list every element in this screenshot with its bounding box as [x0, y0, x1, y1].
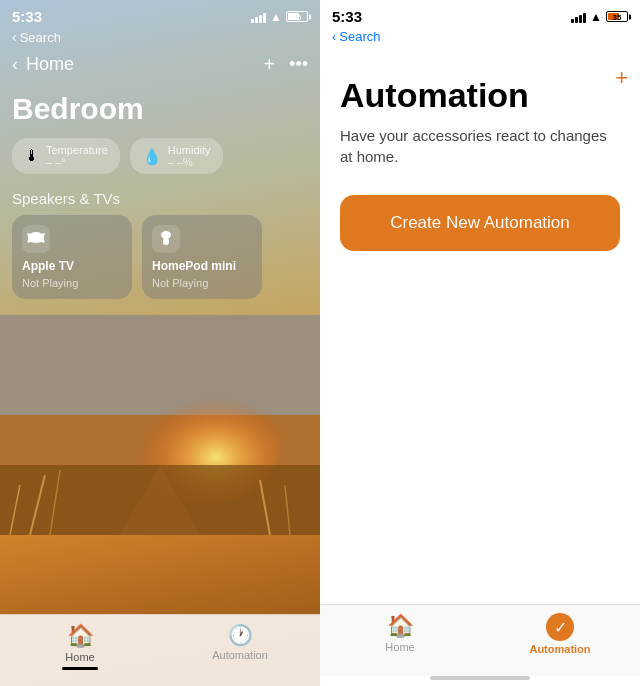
temperature-info: Temperature – –°: [46, 144, 108, 168]
homepod-card[interactable]: HomePod mini Not Playing: [142, 215, 262, 299]
home-tab-icon: 🏠: [67, 623, 94, 649]
status-bar-right: 5:33 ▲ 35: [320, 0, 640, 29]
humidity-label: Humidity: [168, 144, 211, 156]
wifi-icon-right: ▲: [590, 10, 602, 24]
appletv-name: Apple TV: [22, 259, 122, 273]
wifi-icon: ▲: [270, 10, 282, 24]
home-back-chevron: ‹: [12, 54, 18, 75]
temperature-sensor: 🌡 Temperature – –°: [12, 138, 120, 174]
back-label-right: Search: [339, 29, 380, 44]
back-chevron-right: ‹: [332, 29, 336, 44]
add-automation-button[interactable]: +: [615, 65, 628, 91]
temperature-label: Temperature: [46, 144, 108, 156]
back-label-left: Search: [20, 30, 61, 45]
home-title: Home: [26, 54, 74, 75]
home-title-row: ‹ Home: [12, 54, 74, 75]
sensors-row: 🌡 Temperature – –° 💧 Humidity – –%: [0, 138, 320, 190]
status-icons-left: ▲ 35: [251, 10, 308, 24]
tab-indicator: [62, 667, 98, 670]
devices-row: Apple TV Not Playing HomePod mini Not Pl…: [0, 215, 320, 315]
status-icons-right: ▲ 35: [571, 10, 628, 24]
automation-tab-label-right: Automation: [529, 643, 590, 655]
tab-automation-right[interactable]: ✓ Automation: [480, 613, 640, 655]
home-header: ‹ Home + •••: [0, 49, 320, 84]
temperature-icon: 🌡: [24, 147, 40, 165]
automation-page-title: Automation: [340, 76, 620, 115]
humidity-value: – –%: [168, 156, 211, 168]
create-automation-button[interactable]: Create New Automation: [340, 195, 620, 251]
automation-tab-icon-right: ✓: [546, 613, 574, 641]
battery-icon: 35: [286, 11, 308, 22]
appletv-icon: [22, 225, 50, 253]
back-chevron-icon: ‹: [12, 29, 17, 45]
automation-tab-icon-left: 🕐: [228, 623, 253, 647]
nav-back-right[interactable]: ‹ Search: [320, 29, 640, 52]
appletv-status: Not Playing: [22, 277, 122, 289]
home-indicator-bar: [430, 676, 530, 680]
status-time-left: 5:33: [12, 8, 42, 25]
right-panel: 5:33 ▲ 35 ‹ Search + Automation Have you…: [320, 0, 640, 686]
more-icon[interactable]: •••: [289, 54, 308, 75]
speakers-section-label: Speakers & TVs: [0, 190, 320, 215]
humidity-info: Humidity – –%: [168, 144, 211, 168]
tab-automation-left[interactable]: 🕐 Automation: [160, 623, 320, 661]
humidity-sensor: 💧 Humidity – –%: [130, 138, 223, 174]
signal-icon-right: [571, 11, 586, 23]
header-actions: + •••: [263, 53, 308, 76]
left-content: 5:33 ▲ 35 ‹ Search: [0, 0, 320, 686]
add-icon[interactable]: +: [263, 53, 275, 76]
svg-rect-1: [163, 238, 169, 245]
battery-icon-right: 35: [606, 11, 628, 22]
room-title: Bedroom: [0, 84, 320, 138]
home-tab-label: Home: [65, 651, 94, 663]
home-tab-icon-right: 🏠: [387, 613, 414, 639]
landscape-area: [0, 315, 320, 614]
status-bar-left: 5:33 ▲ 35: [0, 0, 320, 29]
tab-home-right[interactable]: 🏠 Home: [320, 613, 480, 653]
home-indicator: [320, 676, 640, 686]
signal-icon: [251, 11, 266, 23]
homepod-status: Not Playing: [152, 277, 252, 289]
right-header-area: ‹ Search +: [320, 29, 640, 52]
automation-tab-label-left: Automation: [212, 649, 268, 661]
automation-content: Automation Have your accessories react t…: [320, 52, 640, 340]
battery-label-right: 35: [613, 12, 622, 21]
appletv-icon-row: [22, 225, 122, 253]
left-panel: 5:33 ▲ 35 ‹ Search: [0, 0, 320, 686]
humidity-icon: 💧: [142, 147, 162, 166]
status-time-right: 5:33: [332, 8, 362, 25]
nav-back-left[interactable]: ‹ Search: [0, 29, 320, 49]
temperature-value: – –°: [46, 156, 108, 168]
home-tab-label-right: Home: [385, 641, 414, 653]
appletv-card[interactable]: Apple TV Not Playing: [12, 215, 132, 299]
battery-label: 35: [293, 12, 302, 21]
homepod-name: HomePod mini: [152, 259, 252, 273]
homepod-icon: [152, 225, 180, 253]
svg-point-0: [161, 231, 171, 239]
tab-bar-left: 🏠 Home 🕐 Automation: [0, 614, 320, 686]
tab-home-left[interactable]: 🏠 Home: [0, 623, 160, 670]
homepod-icon-row: [152, 225, 252, 253]
spacer: [320, 340, 640, 604]
tab-bar-right: 🏠 Home ✓ Automation: [320, 604, 640, 676]
automation-description: Have your accessories react to changes a…: [340, 125, 620, 167]
